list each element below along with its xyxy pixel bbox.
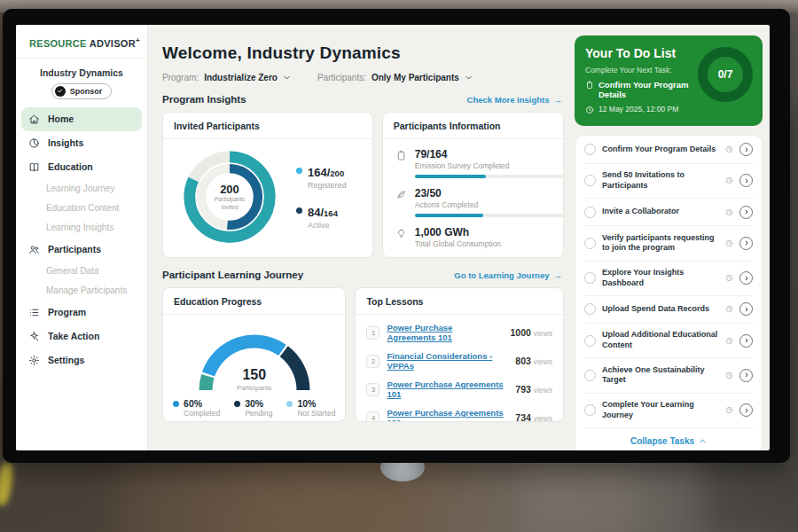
sidebar-item-label: Insights — [48, 137, 83, 148]
program-icon — [28, 307, 40, 318]
sidebar-item-education-content[interactable]: Education Content — [21, 199, 142, 218]
task-row[interactable]: Complete Your Learning Journey — [584, 394, 753, 428]
invited-participants-card: Invited Participants 200 Participants In… — [162, 112, 373, 258]
filter-bar: Program: Industrialize Zero Participants… — [162, 73, 564, 82]
task-open-button[interactable] — [739, 206, 753, 219]
sidebar-item-label: General Data — [46, 266, 98, 276]
task-open-button[interactable] — [739, 237, 753, 250]
education-progress-card: Education Progress 150 Participants 60%C… — [162, 287, 346, 422]
lesson-title-link[interactable]: Power Purchase Agreements 102 — [387, 408, 508, 422]
task-label: Achieve One Sustainability Target — [602, 365, 719, 386]
info-stat-block: 79/164Emission Survey Completed — [415, 148, 564, 178]
sponsor-badge-label: Sponsor — [70, 87, 103, 96]
check-more-insights-link[interactable]: Check More Insights → — [467, 95, 562, 105]
legend-dot — [286, 401, 293, 407]
task-row[interactable]: Upload Spend Data Records — [584, 296, 753, 324]
legend-value: 164/200 — [308, 164, 347, 180]
lesson-rank: 4 — [366, 411, 379, 423]
sidebar-item-insights[interactable]: Insights — [21, 131, 142, 155]
task-open-button[interactable] — [739, 369, 753, 382]
app-logo: RESOURCE ADVISOR+ — [16, 25, 147, 59]
participants-filter-dropdown[interactable]: Participants: Only My Participants — [317, 73, 473, 82]
survey-icon — [395, 150, 407, 161]
lesson-title-link[interactable]: Power Purchase Agreements 101 — [387, 379, 508, 399]
donut-center-value: 200 — [220, 183, 239, 196]
legend-text: 60%Completed — [184, 398, 220, 418]
sidebar-item-manage-participants[interactable]: Manage Participants — [21, 281, 142, 301]
program-filter-dropdown[interactable]: Program: Industrialize Zero — [162, 73, 291, 82]
task-open-button[interactable] — [739, 302, 753, 316]
task-open-button[interactable] — [739, 403, 753, 417]
logo-plus: + — [136, 36, 140, 44]
task-open-button[interactable] — [739, 143, 753, 156]
go-to-learning-journey-link[interactable]: Go to Learning Journey → — [454, 270, 562, 280]
task-checkbox[interactable] — [584, 144, 596, 155]
sidebar-item-label: Settings — [48, 355, 84, 365]
task-label: Invite a Collaborator — [602, 207, 719, 217]
legend-label: Active — [308, 221, 338, 230]
settings-icon — [28, 355, 40, 366]
legend-dot — [296, 207, 302, 214]
sidebar-item-education[interactable]: Education — [21, 155, 142, 179]
lesson-rank: 3 — [366, 383, 379, 396]
info-stat-row: 1,000 GWhTotal Global Consumption — [395, 226, 551, 253]
task-open-button[interactable] — [739, 174, 753, 187]
clock-icon — [725, 305, 733, 313]
legend-denominator: 164 — [324, 208, 338, 218]
info-stat-row: 23/50Actions Completed — [395, 187, 551, 217]
task-open-button[interactable] — [739, 334, 753, 348]
legend-text: 10%Not Started — [297, 398, 335, 418]
sidebar-item-settings[interactable]: Settings — [21, 348, 142, 372]
sidebar-item-learning-journey[interactable]: Learning Journey — [21, 179, 142, 199]
legend-label: Registered — [308, 181, 347, 190]
program-filter-value: Industrialize Zero — [204, 73, 278, 82]
lesson-title-link[interactable]: Financial Considerations - VPPAs — [387, 351, 508, 371]
sidebar-item-take-action[interactable]: Take Action — [21, 325, 142, 348]
task-checkbox[interactable] — [584, 370, 596, 381]
task-row[interactable]: Send 50 Invitations to Participants — [584, 164, 753, 199]
task-row[interactable]: Verify participants requesting to join t… — [584, 226, 753, 261]
task-row[interactable]: Explore Your Insights Dashboard — [584, 262, 753, 296]
todo-next-task-time: 12 May 2025, 12:00 PM — [598, 105, 678, 113]
sidebar-item-label: Education Content — [46, 203, 119, 213]
task-open-button[interactable] — [739, 271, 753, 285]
program-filter-label: Program: — [162, 73, 199, 82]
page-title: Welcome, Industry Dynamics — [162, 43, 564, 63]
task-checkbox[interactable] — [584, 238, 596, 249]
section-title: Participant Learning Journey — [162, 270, 303, 280]
todo-tasks-list: Confirm Your Program DetailsSend 50 Invi… — [584, 137, 753, 428]
task-checkbox[interactable] — [584, 175, 596, 186]
gauge-legend-item: 30%Pending — [234, 398, 272, 418]
sponsor-badge[interactable]: Sponsor — [51, 83, 113, 99]
legend-text: 164/200Registered — [308, 164, 347, 190]
collapse-tasks-label: Collapse Tasks — [630, 436, 694, 446]
section-title: Program Insights — [162, 94, 246, 105]
sidebar-item-general-data[interactable]: General Data — [21, 262, 142, 281]
task-checkbox[interactable] — [584, 404, 596, 416]
task-checkbox[interactable] — [584, 272, 596, 284]
sidebar-item-participants[interactable]: Participants — [21, 238, 142, 262]
insights-icon — [28, 137, 40, 149]
clipboard-icon — [585, 81, 594, 90]
home-icon — [28, 113, 40, 125]
task-checkbox[interactable] — [584, 207, 596, 218]
sidebar-item-learning-insights[interactable]: Learning Insights — [21, 218, 142, 238]
task-checkbox[interactable] — [584, 335, 596, 347]
sidebar-item-program[interactable]: Program — [21, 301, 142, 325]
lesson-rank: 1 — [366, 326, 379, 340]
task-label: Upload Additional Educational Content — [602, 330, 719, 350]
todo-next-task: Confirm Your Program Details — [598, 80, 699, 100]
info-stat-value: 79/164 — [415, 148, 564, 160]
lesson-title-link[interactable]: Power Purchase Agreements 101 — [387, 323, 503, 342]
task-row[interactable]: Achieve One Sustainability Target — [584, 358, 753, 393]
logo-secondary: ADVISOR — [90, 38, 136, 49]
task-row[interactable]: Confirm Your Program Details — [584, 137, 753, 164]
sidebar-item-home[interactable]: Home — [21, 107, 142, 131]
collapse-tasks-link[interactable]: Collapse Tasks — [584, 428, 753, 450]
lesson-row: 1Power Purchase Agreements 1011000 views — [366, 318, 552, 347]
todo-progress-badge: 0/7 — [698, 47, 753, 102]
task-checkbox[interactable] — [584, 303, 596, 315]
task-row[interactable]: Upload Additional Educational Content — [584, 324, 753, 358]
participants-information-card: Participants Information 79/164Emission … — [382, 112, 564, 258]
task-row[interactable]: Invite a Collaborator — [584, 199, 753, 226]
